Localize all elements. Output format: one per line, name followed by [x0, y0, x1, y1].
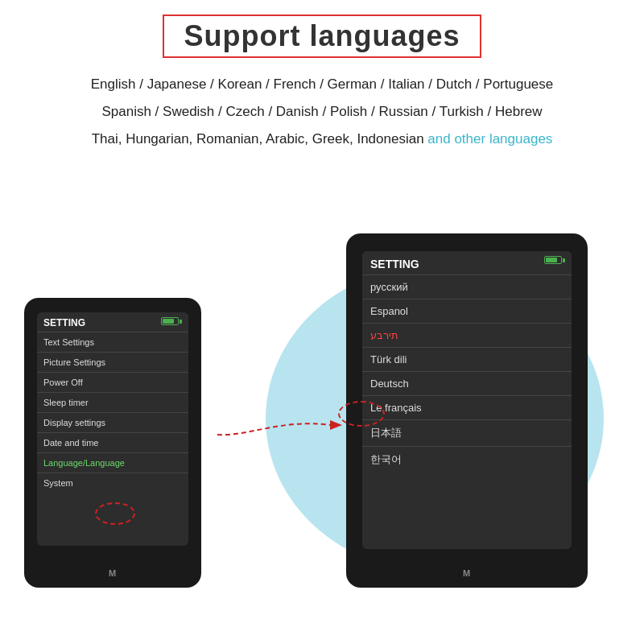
menu-item-left-1[interactable]: Picture Settings: [37, 352, 188, 372]
menu-item-right-0[interactable]: русский: [362, 275, 572, 299]
device-left: SETTING Text Settings Picture Settings P…: [24, 298, 201, 588]
bottom-label-right: M: [463, 568, 471, 578]
screen-title-right: SETTING: [362, 251, 572, 275]
dashed-circle-left: [95, 502, 135, 525]
menu-item-left-7[interactable]: System: [37, 473, 188, 493]
lang-line-1: English / Japanese / Korean / French / G…: [24, 71, 620, 98]
device-bottom-left: M: [109, 546, 117, 588]
menu-item-right-7[interactable]: 한국어: [362, 446, 572, 473]
battery-fill-right: [546, 258, 557, 262]
battery-body-left: [161, 317, 179, 325]
menu-item-right-4[interactable]: Deutsch: [362, 371, 572, 395]
menu-item-left-2[interactable]: Power Off: [37, 372, 188, 392]
language-list: English / Japanese / Korean / French / G…: [0, 66, 644, 153]
menu-item-right-5[interactable]: Le français: [362, 395, 572, 419]
svg-marker-0: [330, 420, 342, 430]
battery-left: [161, 317, 182, 325]
battery-fill-left: [163, 319, 174, 324]
lang-line-2: Spanish / Swedish / Czech / Danish / Pol…: [24, 98, 620, 126]
battery-right: [544, 256, 565, 264]
bottom-label-left: M: [109, 568, 117, 578]
menu-item-left-4[interactable]: Display settings: [37, 412, 188, 432]
battery-body-right: [544, 256, 562, 264]
menu-item-right-6[interactable]: 日本語: [362, 419, 572, 446]
lang-line-3-normal: Thai, Hungarian, Romanian, Arabic, Greek…: [92, 131, 424, 147]
dashed-circle-right: [338, 401, 385, 427]
battery-tip-right: [563, 258, 565, 262]
menu-item-left-0[interactable]: Text Settings: [37, 332, 188, 352]
menu-item-left-5[interactable]: Date and time: [37, 432, 188, 452]
screen-right: SETTING русский Espanol תירבע Türk dili …: [362, 251, 572, 549]
page-header: Support languages: [0, 0, 644, 66]
lang-line-3-highlight: and other languages: [424, 131, 553, 147]
menu-item-right-2[interactable]: תירבע: [362, 323, 572, 347]
menu-item-left-6[interactable]: Language/Language: [37, 452, 188, 473]
menu-item-right-1[interactable]: Espanol: [362, 299, 572, 323]
menu-item-left-3[interactable]: Sleep timer: [37, 392, 188, 412]
battery-tip-left: [180, 320, 182, 324]
menu-item-right-3[interactable]: Türk dili: [362, 347, 572, 371]
lang-line-3: Thai, Hungarian, Romanian, Arabic, Greek…: [24, 126, 620, 153]
device-bottom-right: M: [463, 549, 471, 588]
page-title: Support languages: [163, 14, 481, 58]
